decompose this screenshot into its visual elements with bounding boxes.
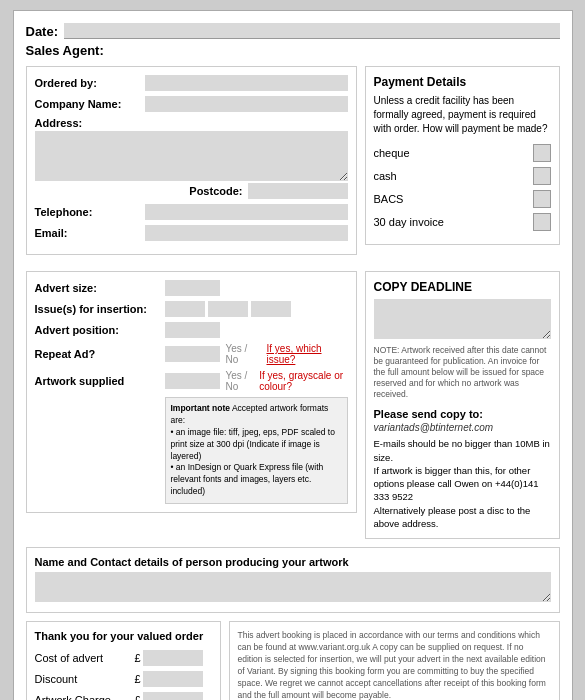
artwork-yesno-input[interactable] — [165, 373, 220, 389]
issue-input-3[interactable] — [251, 301, 291, 317]
advert-position-input[interactable] — [165, 322, 220, 338]
payment-title: Payment Details — [374, 75, 551, 89]
cost-of-advert-row: Cost of advert £ — [35, 650, 212, 666]
issue-input-1[interactable] — [165, 301, 205, 317]
date-label: Date: — [26, 24, 59, 39]
date-input[interactable] — [64, 23, 559, 39]
sales-agent-label: Sales Agent: — [26, 43, 560, 58]
important-note-box: Important note Accepted artwork formats … — [165, 397, 348, 504]
cost-advert-label: Cost of advert — [35, 652, 135, 664]
terms-text: This advert booking is placed in accorda… — [238, 630, 551, 700]
address-input[interactable] — [35, 131, 348, 181]
if-which-issue-text: If yes, which issue? — [266, 343, 347, 365]
email-input[interactable] — [145, 225, 348, 241]
important-note-text: Accepted artwork formats are: • an image… — [171, 403, 335, 496]
company-name-label: Company Name: — [35, 98, 145, 110]
cost-advert-input[interactable] — [143, 650, 203, 666]
cash-checkbox[interactable] — [533, 167, 551, 185]
advert-position-label: Advert position: — [35, 324, 165, 336]
send-copy-email: variantads@btinternet.com — [374, 422, 551, 433]
cheque-checkbox[interactable] — [533, 144, 551, 162]
telephone-label: Telephone: — [35, 206, 145, 218]
send-copy-text: E-mails should be no bigger than 10MB in… — [374, 437, 551, 530]
thank-you-title: Thank you for your valued order — [35, 630, 212, 642]
issues-label: Issue(s) for insertion: — [35, 303, 165, 315]
signed-section: This advert booking is placed in accorda… — [229, 621, 560, 700]
ordered-by-section: Ordered by: Company Name: Address: Postc… — [26, 66, 357, 255]
advert-size-label: Advert size: — [35, 282, 165, 294]
ordered-by-label: Ordered by: — [35, 77, 145, 89]
artwork-charge-label: Artwork Charge — [35, 694, 135, 700]
repeat-yesno-text: Yes / No — [226, 343, 261, 365]
cost-pound-2: £ — [135, 673, 141, 685]
bacs-checkbox[interactable] — [533, 190, 551, 208]
email-label: Email: — [35, 227, 145, 239]
thank-you-section: Thank you for your valued order Cost of … — [26, 621, 221, 700]
payment-option-bacs: BACS — [374, 190, 551, 208]
payment-option-cheque: cheque — [374, 144, 551, 162]
postcode-input[interactable] — [248, 183, 348, 199]
copy-deadline-section: COPY DEADLINE NOTE: Artwork received aft… — [365, 271, 560, 539]
discount-row: Discount £ — [35, 671, 212, 687]
postcode-label: Postcode: — [189, 185, 242, 197]
discount-label: Discount — [35, 673, 135, 685]
copy-deadline-note: NOTE: Artwork received after this date c… — [374, 345, 551, 400]
artwork-yesno-text: Yes / No — [226, 370, 254, 392]
repeat-yesno-input[interactable] — [165, 346, 220, 362]
repeat-ad-label: Repeat Ad? — [35, 348, 165, 360]
booking-form: Date: Sales Agent: Ordered by: Company N… — [13, 10, 573, 700]
issue-input-2[interactable] — [208, 301, 248, 317]
advert-size-input[interactable] — [165, 280, 220, 296]
artwork-charge-input[interactable] — [143, 692, 203, 700]
payment-option-30day: 30 day invoice — [374, 213, 551, 231]
name-contact-label: Name and Contact details of person produ… — [35, 556, 551, 568]
copy-deadline-title: COPY DEADLINE — [374, 280, 551, 294]
telephone-input[interactable] — [145, 204, 348, 220]
send-copy-title: Please send copy to: — [374, 408, 551, 420]
address-label: Address: — [35, 117, 145, 129]
discount-input[interactable] — [143, 671, 203, 687]
copy-deadline-input[interactable] — [374, 299, 551, 339]
payment-section: Payment Details Unless a credit facility… — [365, 66, 560, 245]
advert-section: Advert size: Issue(s) for insertion: Adv… — [26, 271, 357, 513]
if-grayscale-text: If yes, grayscale or colour? — [259, 370, 347, 392]
ordered-by-input[interactable] — [145, 75, 348, 91]
artwork-charge-row: Artwork Charge £ — [35, 692, 212, 700]
30day-checkbox[interactable] — [533, 213, 551, 231]
cost-pound-1: £ — [135, 652, 141, 664]
name-contact-input[interactable] — [35, 572, 551, 602]
name-contact-section: Name and Contact details of person produ… — [26, 547, 560, 613]
artwork-supplied-label: Artwork supplied — [35, 375, 165, 387]
company-name-input[interactable] — [145, 96, 348, 112]
payment-option-cash: cash — [374, 167, 551, 185]
important-note-title: Important note — [171, 403, 231, 413]
payment-description: Unless a credit facility has been formal… — [374, 94, 551, 136]
cost-pound-3: £ — [135, 694, 141, 700]
